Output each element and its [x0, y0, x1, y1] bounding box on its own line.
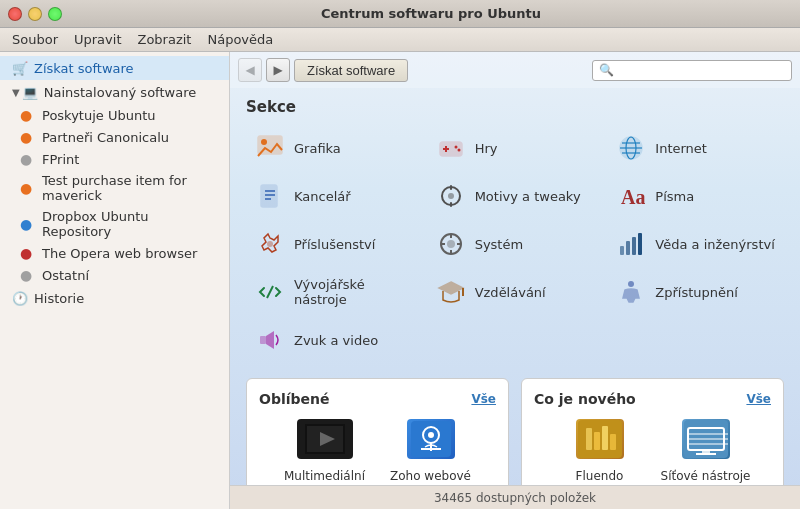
section-item-vzdelavani[interactable]: Vzdělávání — [427, 270, 604, 314]
section-item-vyvojar[interactable]: Vývojářské nástroje — [246, 270, 423, 314]
status-text: 34465 dostupných položek — [434, 491, 596, 505]
sidebar-item-opera[interactable]: ● The Opera web browser — [0, 242, 229, 264]
menu-upravit[interactable]: Upravit — [66, 30, 129, 49]
svg-rect-35 — [260, 336, 266, 344]
section-item-zvuk[interactable]: Zvuk a video — [246, 318, 423, 362]
svg-point-42 — [428, 432, 434, 438]
installed-icon: 💻 — [22, 84, 38, 100]
section-item-prislusenstvi[interactable]: Příslušenství — [246, 222, 423, 266]
pisma-icon: Aa — [615, 180, 647, 212]
window-title: Centrum softwaru pro Ubuntu — [70, 6, 792, 21]
zvuk-icon — [254, 324, 286, 356]
section-label-hry: Hry — [475, 141, 498, 156]
sidebar-item-history[interactable]: 🕐 Historie — [0, 286, 229, 310]
svg-rect-28 — [620, 246, 624, 255]
svg-point-17 — [448, 193, 454, 199]
novinky-all-link[interactable]: Vše — [746, 392, 771, 406]
svg-rect-46 — [586, 428, 592, 450]
svg-rect-47 — [594, 432, 600, 450]
close-button[interactable] — [8, 7, 22, 21]
sidebar-item-fprint[interactable]: ● FPrint — [0, 148, 229, 170]
forward-button[interactable]: ▶ — [266, 58, 290, 82]
section-item-pisma[interactable]: Aa Písma — [607, 174, 784, 218]
sitove-label: Síťové nástroje — [661, 469, 751, 485]
back-icon: ◀ — [245, 63, 254, 77]
svg-rect-18 — [450, 185, 452, 190]
search-input[interactable] — [618, 63, 785, 78]
svg-point-6 — [457, 149, 460, 152]
circle-icon: ● — [20, 180, 36, 196]
novinky-panel: Co je nového Vše Fluendo codecs to decod… — [521, 378, 784, 485]
svg-text:Aa: Aa — [621, 186, 645, 208]
statusbar: 34465 dostupných položek — [230, 485, 800, 509]
svg-point-34 — [628, 281, 634, 287]
featured-row: Oblíbené Vše Multimediální centrum Moovi… — [246, 378, 784, 485]
circle-icon: ● — [20, 107, 36, 123]
sidebar-item-installed[interactable]: ▼ 💻 Nainstalovaný software — [0, 80, 229, 104]
novinky-item-fluendo[interactable]: Fluendo codecs to decode mp3 — [555, 415, 645, 485]
oblibene-items: Multimediální centrum Moovida Zoho webov… — [259, 415, 496, 485]
minimize-button[interactable] — [28, 7, 42, 21]
main-container: 🛒 Získat software ▼ 💻 Nainstalovaný soft… — [0, 52, 800, 509]
forward-icon: ▶ — [273, 63, 282, 77]
vyvojar-icon — [254, 276, 286, 308]
sidebar-item-testpurchase[interactable]: ● Test purchase item for maverick — [0, 170, 229, 206]
circle-icon: ● — [20, 267, 36, 283]
zoho-label: Zoho webové prezentace — [386, 469, 476, 485]
svg-rect-48 — [602, 426, 608, 450]
moovida-label: Multimediální centrum Moovida — [280, 469, 370, 485]
window-controls[interactable] — [8, 7, 62, 21]
section-label-pisma: Písma — [655, 189, 694, 204]
oblibene-item-zoho[interactable]: Zoho webové prezentace — [386, 415, 476, 485]
oblibene-item-moovida[interactable]: Multimediální centrum Moovida — [280, 415, 370, 485]
menubar: SouborUpravitZobrazitNápověda — [0, 28, 800, 52]
menu-zobrazit[interactable]: Zobrazit — [129, 30, 199, 49]
sidebar-item-partneri[interactable]: ● Partneři Canonicalu — [0, 126, 229, 148]
breadcrumb-button[interactable]: Získat software — [294, 59, 408, 82]
svg-rect-30 — [632, 237, 636, 255]
zoho-icon — [399, 415, 463, 463]
titlebar: Centrum softwaru pro Ubuntu — [0, 0, 800, 28]
veda-icon — [615, 228, 647, 260]
maximize-button[interactable] — [48, 7, 62, 21]
menu-nápověda[interactable]: Nápověda — [199, 30, 281, 49]
section-item-internet[interactable]: Internet — [607, 126, 784, 170]
oblibene-all-link[interactable]: Vše — [471, 392, 496, 406]
motivy-icon — [435, 180, 467, 212]
grafika-icon — [254, 132, 286, 164]
sidebar-item-get-software[interactable]: 🛒 Získat software — [0, 56, 229, 80]
back-button[interactable]: ◀ — [238, 58, 262, 82]
toolbar: ◀ ▶ Získat software 🔍 — [230, 52, 800, 88]
section-label-vzdelavani: Vzdělávání — [475, 285, 546, 300]
menu-soubor[interactable]: Soubor — [4, 30, 66, 49]
svg-rect-12 — [261, 185, 277, 207]
svg-line-32 — [267, 286, 273, 298]
vzdelavani-icon — [435, 276, 467, 308]
opera-icon: ● — [20, 245, 36, 261]
section-item-zpristupneni[interactable]: Zpřístupnění — [607, 270, 784, 314]
section-item-hry[interactable]: Hry — [427, 126, 604, 170]
moovida-icon — [293, 415, 357, 463]
novinky-item-sitove[interactable]: Síťové nástroje — [661, 415, 751, 485]
section-item-system[interactable]: Systém — [427, 222, 604, 266]
prislusenstvi-icon — [254, 228, 286, 260]
kancelar-icon — [254, 180, 286, 212]
sidebar-item-ostatni[interactable]: ● Ostatní — [0, 264, 229, 286]
section-item-veda[interactable]: Věda a inženýrství — [607, 222, 784, 266]
content-scroll: Sekce Grafika Hry — [230, 88, 800, 485]
circle-icon: ● — [20, 151, 36, 167]
section-item-motivy[interactable]: Motivy a tweaky — [427, 174, 604, 218]
svg-point-23 — [447, 240, 455, 248]
sections-grid: Grafika Hry Internet — [246, 126, 784, 362]
section-item-kancelar[interactable]: Kancelář — [246, 174, 423, 218]
sections-title: Sekce — [246, 98, 784, 116]
sidebar-item-dropbox[interactable]: ● Dropbox Ubuntu Repository — [0, 206, 229, 242]
oblibene-panel: Oblíbené Vše Multimediální centrum Moovi… — [246, 378, 509, 485]
sidebar-item-poskytuje[interactable]: ● Poskytuje Ubuntu — [0, 104, 229, 126]
system-icon — [435, 228, 467, 260]
fluendo-label: Fluendo codecs to decode mp3 — [555, 469, 645, 485]
section-label-internet: Internet — [655, 141, 707, 156]
section-item-grafika[interactable]: Grafika — [246, 126, 423, 170]
section-label-vyvojar: Vývojářské nástroje — [294, 277, 415, 307]
svg-rect-19 — [450, 202, 452, 207]
